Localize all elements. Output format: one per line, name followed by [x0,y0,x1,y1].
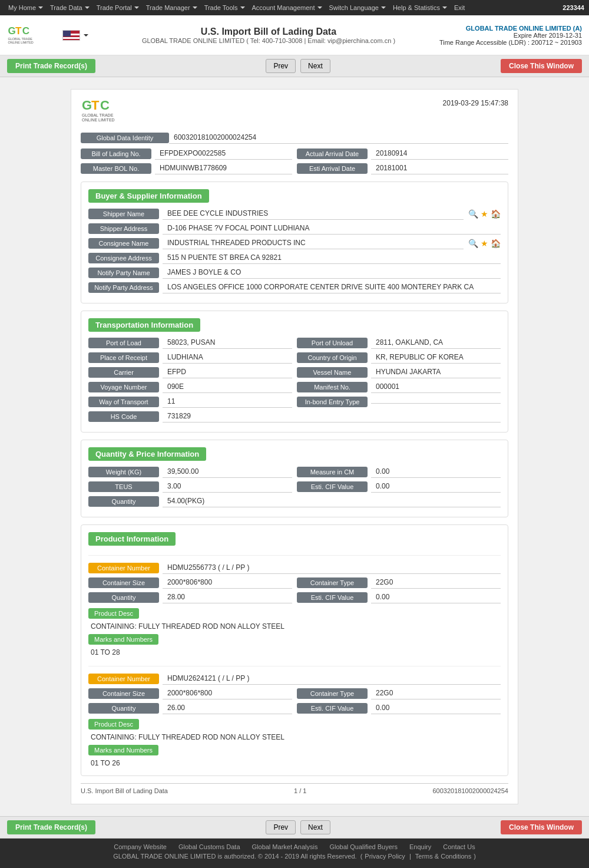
product-header: Product Information [88,532,501,550]
svg-text:T: T [91,99,100,113]
consignee-star-icon[interactable]: ★ [481,239,488,248]
quantity-row: Quantity 54.00(PKG) [88,495,501,507]
container2-marks-text: 01 TO 26 [88,758,501,768]
bol-row: Bill of Lading No. EFPDEXPO0022585 Actua… [81,147,508,160]
footer-links: Company Website Global Customs Data Glob… [5,843,584,850]
measure-label: Measure in CM [297,467,368,477]
nav-trade-data[interactable]: Trade Data [47,4,93,11]
close-button-top[interactable]: Close This Window [501,59,582,73]
footer-enquiry[interactable]: Enquiry [409,843,431,850]
flag-selector[interactable] [62,30,88,41]
container1-type-label: Container Type [297,577,368,588]
header-subtitle: GLOBAL TRADE ONLINE LIMITED ( Tel: 400-7… [98,37,439,44]
container2-marks-area: Marks and Numbers 01 TO 26 [88,742,501,768]
container1-product-desc-button[interactable]: Product Desc [88,608,139,619]
manifest-label: Manifest No. [297,382,368,392]
consignee-address-row: Consignee Address 515 N PUENTE ST BREA C… [88,252,501,264]
quantity-price-header: Quantity & Price Information [88,447,501,466]
nav-trade-tools[interactable]: Trade Tools [201,4,249,11]
manifest-value: 000001 [371,381,501,393]
vessel-name-label: Vessel Name [297,367,368,378]
top-navigation: My Home Trade Data Trade Portal Trade Ma… [0,0,589,15]
top-action-bar: Print Trade Record(s) Prev Next Close Th… [0,55,589,77]
container1-qty-col: Quantity 28.00 [88,591,292,603]
country-origin-label: Country of Origin [297,352,368,363]
prev-button-top[interactable]: Prev [266,59,296,73]
print-button-bottom[interactable]: Print Trade Record(s) [7,820,95,834]
manifest-col: Manifest No. 000001 [297,381,501,393]
voyage-label: Voyage Number [88,382,159,392]
inbond-col: In-bond Entry Type [297,395,501,408]
container1-size-type-row: Container Size 2000*806*800 Container Ty… [88,576,501,589]
nav-exit[interactable]: Exit [451,4,468,11]
container-1: Container Number HDMU2556773 ( / L / PP … [88,555,501,658]
container1-marks-text: 01 TO 28 [88,647,501,658]
buyer-supplier-section: Buyer & Supplier Information Shipper Nam… [81,181,508,303]
shipper-action-icons: 🔍 ★ 🏠 [468,209,501,219]
container1-marks-button[interactable]: Marks and Numbers [88,634,158,645]
nav-account-management[interactable]: Account Management [249,4,326,11]
country-origin-col: Country of Origin KR, REPUBLIC OF KOREA [297,351,501,364]
container1-number-row: Container Number HDMU2556773 ( / L / PP … [88,562,501,574]
actual-arrival-col: Actual Arrival Date 20180914 [297,147,508,160]
container2-qty-value: 26.00 [163,702,292,714]
consignee-action-icons: 🔍 ★ 🏠 [468,239,501,248]
nav-switch-language[interactable]: Switch Language [326,4,389,11]
consignee-home-icon[interactable]: 🏠 [491,239,501,248]
doc-footer-right: 600320181002000024254 [433,787,508,794]
footer-global-market[interactable]: Global Market Analysis [252,843,318,850]
container2-type-col: Container Type 22G0 [297,687,501,699]
footer-company-website[interactable]: Company Website [114,843,167,850]
port-unload-value: 2811, OAKLAND, CA [371,336,501,349]
container1-marks-area: Marks and Numbers 01 TO 28 [88,632,501,658]
footer-contact[interactable]: Contact Us [443,843,475,850]
doc-footer-left: U.S. Import Bill of Lading Data [81,787,168,794]
way-transport-label: Way of Transport [88,397,159,407]
nav-help-statistics[interactable]: Help & Statistics [389,4,451,11]
doc-footer-center: 1 / 1 [294,787,306,794]
notify-party-name-value: JAMES J BOYLE & CO [163,266,501,279]
container1-cif-value: 0.00 [371,591,501,603]
footer-global-buyers[interactable]: Global Qualified Buyers [329,843,398,850]
next-button-bottom[interactable]: Next [300,820,330,834]
vessel-name-col: Vessel Name HYUNDAI JAKARTA [297,366,501,378]
logo-area: G T C GLOBAL TRADE ONLINE LIMITED [7,21,98,50]
nav-trade-portal[interactable]: Trade Portal [93,4,143,11]
bol-value: EFPDEXPO0022585 [155,147,292,160]
footer-privacy[interactable]: Privacy Policy [365,853,405,860]
notify-party-address-row: Notify Party Address LOS ANGELES OFFICE … [88,281,501,293]
weight-label: Weight (KG) [88,467,159,477]
page-title-area: U.S. Import Bill of Lading Data GLOBAL T… [98,27,439,44]
nav-trade-manager[interactable]: Trade Manager [143,4,201,11]
nav-my-home[interactable]: My Home [5,4,47,11]
esti-cif-label: Esti. CIF Value [297,481,368,492]
container2-size-type-row: Container Size 2000*806*800 Container Ty… [88,687,501,699]
prev-button-bottom[interactable]: Prev [266,820,296,834]
footer-global-customs[interactable]: Global Customs Data [178,843,240,850]
voyage-manifest-row: Voyage Number 090E Manifest No. 000001 [88,381,501,393]
close-button-bottom[interactable]: Close This Window [501,820,582,834]
bol-label: Bill of Lading No. [81,148,151,159]
container1-qty-cif-row: Quantity 28.00 Esti. CIF Value 0.00 [88,591,501,603]
receipt-origin-row: Place of Receipt LUDHIANA Country of Ori… [88,351,501,364]
quantity-value: 54.00(PKG) [163,495,501,507]
shipper-home-icon[interactable]: 🏠 [491,209,501,219]
us-flag [62,30,80,41]
container2-cif-col: Esti. CIF Value 0.00 [297,702,501,714]
shipper-search-icon[interactable]: 🔍 [468,209,478,219]
shipper-star-icon[interactable]: ★ [481,209,488,219]
next-button-top[interactable]: Next [300,59,330,73]
account-info: GLOBAL TRADE ONLINE LIMITED (A) Expire A… [439,25,582,46]
container2-marks-button[interactable]: Marks and Numbers [88,745,158,755]
print-button-top[interactable]: Print Trade Record(s) [7,59,95,73]
way-transport-col: Way of Transport 11 [88,395,292,408]
global-data-label: Global Data Identity [81,133,169,143]
way-transport-value: 11 [163,395,292,408]
place-receipt-label: Place of Receipt [88,352,159,363]
footer-terms[interactable]: Terms & Conditions [415,853,471,860]
consignee-search-icon[interactable]: 🔍 [468,239,478,248]
container2-product-desc-button[interactable]: Product Desc [88,719,139,730]
company-logo: G T C GLOBAL TRADE ONLINE LIMITED [7,21,48,50]
carrier-vessel-row: Carrier EFPD Vessel Name HYUNDAI JAKARTA [88,366,501,378]
container1-qty-label: Quantity [88,592,159,603]
